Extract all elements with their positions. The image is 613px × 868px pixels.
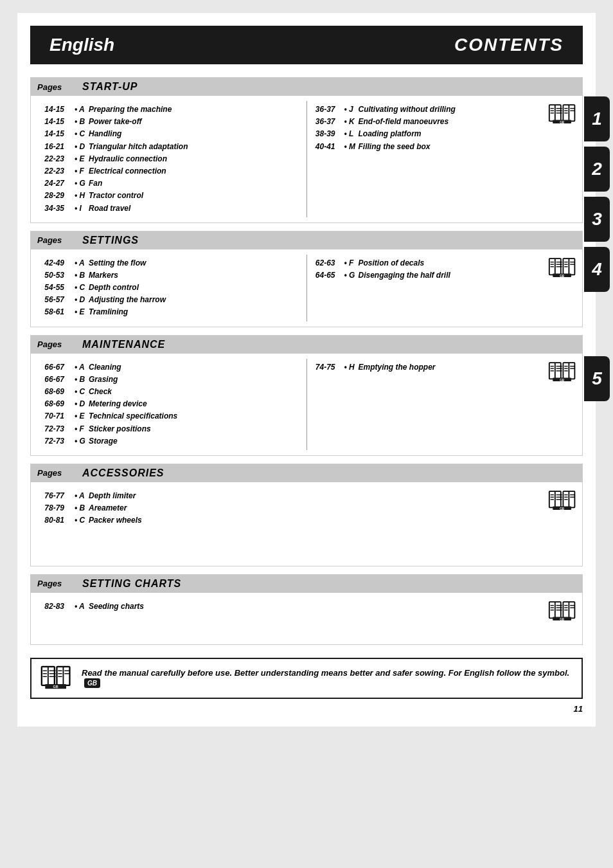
settings-right-pages: 62-63 64-65 bbox=[307, 255, 339, 284]
list-item: • BMarkers bbox=[75, 269, 301, 282]
section-accessories: Pages ACCESSORIES 76-77 78-79 80-81 • AD… bbox=[30, 464, 583, 566]
maintenance-left-items: • ACleaning • BGrasing • CCheck • DMeter… bbox=[69, 359, 306, 450]
startup-right-col: 36-37 36-37 38-39 40-41 • JCultivating w… bbox=[307, 101, 583, 217]
section-settings: Pages SETTINGS 42-49 50-53 54-55 56-57 5… bbox=[30, 231, 583, 327]
book-icon-4: GB bbox=[548, 490, 577, 512]
pages-label-startup: Pages bbox=[37, 82, 76, 92]
pages-label-settings: Pages bbox=[37, 235, 76, 245]
header: English CONTENTS bbox=[30, 26, 583, 64]
setting-charts-left-pages: 82-83 bbox=[31, 598, 69, 639]
section-settings-header: Pages SETTINGS bbox=[31, 231, 582, 249]
accessories-left-col: 76-77 78-79 80-81 • ADepth limiter • BAr… bbox=[31, 487, 306, 561]
list-item: • ASeeding charts bbox=[75, 601, 301, 613]
list-item: • GFan bbox=[75, 177, 301, 190]
section-title-maintenance: MAINTENANCE bbox=[82, 339, 165, 350]
list-item: • ACleaning bbox=[75, 361, 301, 374]
maintenance-right-pages: 74-75 bbox=[307, 359, 339, 376]
startup-left-pages: 14-15 14-15 14-15 16-21 22-23 22-23 24-2… bbox=[31, 101, 69, 217]
section-accessories-body: 76-77 78-79 80-81 • ADepth limiter • BAr… bbox=[31, 482, 582, 566]
list-item: • DTriangular hitch adaptation bbox=[75, 141, 301, 153]
list-item: • GDisengaging the half drill bbox=[344, 269, 538, 282]
list-item: • LLoading platform bbox=[344, 128, 538, 140]
list-item: • APreparing the machine bbox=[75, 104, 301, 116]
maintenance-right-items: • HEmptying the hopper bbox=[339, 359, 544, 376]
list-item: • CPacker wheels bbox=[75, 514, 301, 527]
page-number: 11 bbox=[30, 704, 583, 714]
svg-text:GB: GB bbox=[53, 685, 58, 689]
header-right: CONTENTS bbox=[306, 26, 583, 64]
gb-badge: GB bbox=[84, 678, 100, 688]
setting-charts-left-col: 82-83 • ASeeding charts bbox=[31, 598, 306, 639]
page: English CONTENTS 1 2 3 4 5 Pages START-U… bbox=[17, 13, 596, 727]
settings-right-items: • FPosition of decals • GDisengaging the… bbox=[339, 255, 544, 284]
section-maintenance: Pages MAINTENANCE 66-67 66-67 68-69 68-6… bbox=[30, 335, 583, 456]
tab-1: 1 bbox=[584, 96, 610, 141]
maintenance-left-pages: 66-67 66-67 68-69 68-69 70-71 72-73 72-7… bbox=[31, 359, 69, 450]
pages-label-maintenance: Pages bbox=[37, 339, 76, 349]
accessories-right-col: GB bbox=[306, 487, 582, 561]
svg-text:GB: GB bbox=[560, 121, 565, 124]
header-left: English bbox=[30, 26, 306, 64]
startup-left-items: • APreparing the machine • BPower take-o… bbox=[69, 101, 306, 217]
section-setting-charts: Pages SETTING CHARTS 82-83 • ASeeding ch… bbox=[30, 574, 583, 645]
section-startup-header: Pages START-UP bbox=[31, 78, 582, 96]
svg-text:GB: GB bbox=[560, 618, 565, 621]
svg-text:GB: GB bbox=[560, 275, 565, 278]
header-title-english: English bbox=[49, 35, 114, 55]
list-item: • GStorage bbox=[75, 435, 301, 448]
maintenance-left-col: 66-67 66-67 68-69 68-69 70-71 72-73 72-7… bbox=[31, 359, 307, 450]
list-item: • BGrasing bbox=[75, 374, 301, 386]
list-item: • BPower take-off bbox=[75, 116, 301, 128]
list-item: • CHandling bbox=[75, 128, 301, 140]
startup-right-pages: 36-37 36-37 38-39 40-41 bbox=[307, 101, 339, 156]
tab-3: 3 bbox=[584, 197, 610, 242]
list-item: • DAdjusting the harrow bbox=[75, 294, 301, 306]
setting-charts-left-items: • ASeeding charts bbox=[69, 598, 306, 639]
list-item: • FPosition of decals bbox=[344, 257, 538, 269]
footer-book-icon: GB bbox=[40, 665, 73, 691]
section-maintenance-body: 66-67 66-67 68-69 68-69 70-71 72-73 72-7… bbox=[31, 354, 582, 455]
section-title-setting-charts: SETTING CHARTS bbox=[82, 578, 181, 590]
startup-right-items: • JCultivating without drilling • KEnd-o… bbox=[339, 101, 544, 156]
list-item: • CDepth control bbox=[75, 282, 301, 294]
book-icon-3: GB bbox=[548, 361, 577, 384]
tab-4: 4 bbox=[584, 247, 610, 292]
book-icon-5: GB bbox=[548, 601, 577, 623]
tab-5: 5 bbox=[584, 356, 610, 401]
list-item: • ASetting the flow bbox=[75, 257, 301, 269]
list-item: • FElectrical connection bbox=[75, 165, 301, 177]
section-setting-charts-header: Pages SETTING CHARTS bbox=[31, 575, 582, 593]
accessories-left-pages: 76-77 78-79 80-81 bbox=[31, 487, 69, 561]
list-item: • ETramlining bbox=[75, 306, 301, 318]
pages-label-accessories: Pages bbox=[37, 468, 76, 478]
list-item: • ETechnical specifications bbox=[75, 410, 301, 422]
list-item: • ADepth limiter bbox=[75, 490, 301, 502]
list-item: • CCheck bbox=[75, 386, 301, 398]
settings-left-pages: 42-49 50-53 54-55 56-57 58-61 bbox=[31, 255, 69, 321]
settings-left-col: 42-49 50-53 54-55 56-57 58-61 • ASetting… bbox=[31, 255, 307, 321]
footer: GB Read the manual carefully before use.… bbox=[30, 658, 583, 699]
footer-text: Read the manual carefully before use. Be… bbox=[82, 668, 573, 688]
section-startup: Pages START-UP 14-15 14-15 14-15 16-21 2… bbox=[30, 77, 583, 223]
list-item: • IRoad travel bbox=[75, 203, 301, 215]
maintenance-right-col: 74-75 • HEmptying the hopper bbox=[307, 359, 583, 450]
list-item: • FSticker positions bbox=[75, 423, 301, 435]
startup-left-col: 14-15 14-15 14-15 16-21 22-23 22-23 24-2… bbox=[31, 101, 307, 217]
list-item: • EHydraulic connection bbox=[75, 153, 301, 165]
section-title-accessories: ACCESSORIES bbox=[82, 467, 164, 479]
svg-text:GB: GB bbox=[560, 507, 565, 511]
settings-right-col: 62-63 64-65 • FPosition of decals • GDis… bbox=[307, 255, 583, 321]
list-item: • KEnd-of-field manoeuvres bbox=[344, 116, 538, 128]
list-item: • MFilling the seed box bbox=[344, 141, 538, 153]
book-icon-2: GB bbox=[548, 257, 577, 280]
section-accessories-header: Pages ACCESSORIES bbox=[31, 464, 582, 482]
section-maintenance-header: Pages MAINTENANCE bbox=[31, 336, 582, 354]
tab-2: 2 bbox=[584, 147, 610, 192]
list-item: • HTractor control bbox=[75, 190, 301, 202]
pages-label-setting-charts: Pages bbox=[37, 579, 76, 588]
section-title-settings: SETTINGS bbox=[82, 235, 139, 246]
book-icon-1: GB bbox=[548, 104, 577, 126]
svg-text:GB: GB bbox=[560, 379, 565, 382]
list-item: • JCultivating without drilling bbox=[344, 104, 538, 116]
header-title-contents: CONTENTS bbox=[454, 35, 564, 55]
